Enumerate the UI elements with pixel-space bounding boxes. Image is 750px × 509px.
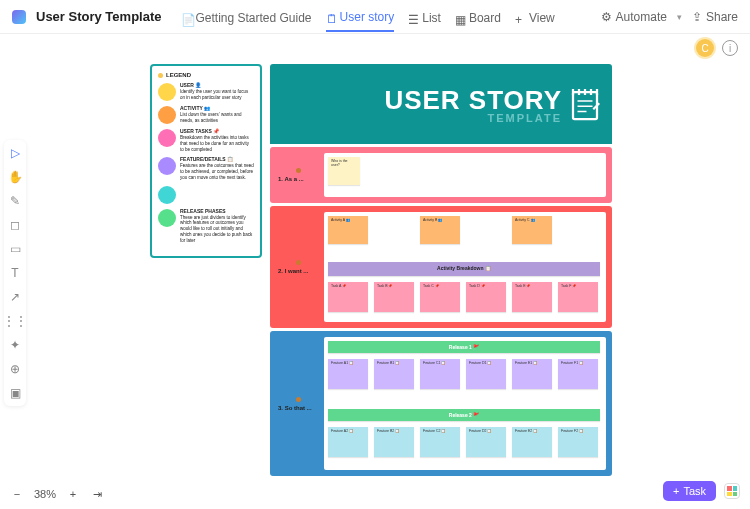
chevron-down-icon[interactable]: ▾ — [677, 12, 682, 22]
sticky-feature[interactable]: Feature B2 📋 — [374, 427, 414, 457]
shape-tool-icon[interactable]: ▭ — [8, 242, 22, 256]
sticky-feature[interactable]: Feature E2 📋 — [512, 427, 552, 457]
user-avatar[interactable]: C — [696, 39, 714, 57]
section-content: Who is the user? — [324, 153, 606, 197]
tab-user-story[interactable]: 🗒User story — [326, 10, 395, 32]
section-label: 3. So that ... — [278, 397, 318, 411]
section-label: 1. As a ... — [278, 168, 318, 182]
sticky-feature[interactable]: Feature F2 📋 — [558, 427, 598, 457]
sticky-feature[interactable]: Feature A2 📋 — [328, 427, 368, 457]
tab-label: Getting Started Guide — [195, 11, 311, 25]
tab-label: List — [422, 11, 441, 25]
fit-width-button[interactable]: ⇥ — [90, 487, 104, 501]
share-icon: ⇪ — [692, 10, 702, 24]
task-button[interactable]: +Task — [663, 481, 716, 501]
section-content: Activity A 👥 Activity B 👥 Activity C 👥 A… — [324, 212, 606, 322]
sticky-task[interactable]: Task D 📌 — [466, 282, 506, 312]
whiteboard-icon: 🗒 — [326, 12, 336, 22]
release-banner[interactable]: Release 1 🚩 — [328, 341, 600, 353]
image-tool-icon[interactable]: ▣ — [8, 386, 22, 400]
legend-row: RELEASE PHASESThese are just dividers to… — [158, 208, 254, 244]
sticky-activity[interactable]: Activity C 👥 — [512, 216, 552, 244]
sticky-feature[interactable]: Feature E1 📋 — [512, 359, 552, 389]
effects-tool-icon[interactable]: ✦ — [8, 338, 22, 352]
breakdown-banner[interactable]: Activity Breakdown 📋 — [328, 262, 600, 276]
legend-dot-feature — [158, 157, 176, 175]
sticky-feature[interactable]: Feature D1 📋 — [466, 359, 506, 389]
page-title: User Story Template — [36, 9, 161, 24]
sticky-task[interactable]: Task E 📌 — [512, 282, 552, 312]
zoom-in-button[interactable]: + — [66, 487, 80, 501]
whiteboard-canvas[interactable]: LEGEND USER 👤Identify the user you want … — [30, 62, 742, 481]
legend-dot-activity — [158, 106, 176, 124]
share-label: Share — [706, 10, 738, 24]
sub-header: C i — [0, 34, 750, 62]
sticky-task[interactable]: Task B 📌 — [374, 282, 414, 312]
legend-dot-release — [158, 209, 176, 227]
sticky-task[interactable]: Task A 📌 — [328, 282, 368, 312]
tab-getting-started[interactable]: 📄Getting Started Guide — [181, 11, 311, 31]
sticky-feature[interactable]: Feature F1 📋 — [558, 359, 598, 389]
board-header: USER STORY TEMPLATE — [270, 64, 612, 144]
legend-row: USER TASKS 📌Breakdown the activities int… — [158, 128, 254, 152]
tab-list[interactable]: ☰List — [408, 11, 441, 31]
sticky-tool-icon[interactable]: ◻ — [8, 218, 22, 232]
release-banner[interactable]: Release 2 🚩 — [328, 409, 600, 421]
sticky-note[interactable]: Who is the user? — [328, 157, 360, 185]
web-tool-icon[interactable]: ⊕ — [8, 362, 22, 376]
apps-button[interactable] — [724, 483, 740, 499]
section-so-that[interactable]: 3. So that ... Release 1 🚩 Feature A1 📋 … — [270, 331, 612, 476]
section-label: 2. I want ... — [278, 260, 318, 274]
view-tabs: 📄Getting Started Guide 🗒User story ☰List… — [181, 10, 554, 24]
board-title: USER STORY — [384, 85, 562, 116]
bottom-right-actions: +Task — [663, 481, 740, 501]
sticky-feature[interactable]: Feature A1 📋 — [328, 359, 368, 389]
tab-label: User story — [340, 10, 395, 24]
legend-text: USER 👤Identify the user you want to focu… — [180, 82, 254, 101]
sticky-feature[interactable]: Feature C1 📋 — [420, 359, 460, 389]
legend-row — [158, 185, 254, 204]
nodes-tool-icon[interactable]: ⋮⋮ — [8, 314, 22, 328]
legend-heading: LEGEND — [158, 72, 254, 78]
sticky-feature[interactable]: Feature B1 📋 — [374, 359, 414, 389]
sticky-task[interactable]: Task F 📌 — [558, 282, 598, 312]
connector-tool-icon[interactable]: ↗ — [8, 290, 22, 304]
story-board[interactable]: USER STORY TEMPLATE 1. As a ... Who is t… — [270, 64, 612, 476]
whiteboard-toolbar: ▷ ✋ ✎ ◻ ▭ T ↗ ⋮⋮ ✦ ⊕ ▣ — [4, 140, 26, 406]
automate-label: Automate — [616, 10, 667, 24]
notepad-icon — [570, 86, 600, 122]
hand-tool-icon[interactable]: ✋ — [8, 170, 22, 184]
app-logo-icon — [12, 10, 26, 24]
tab-label: View — [529, 11, 555, 25]
legend-row: FEATURE/DETAILS 📋Features are the outcom… — [158, 156, 254, 180]
legend-text: USER TASKS 📌Breakdown the activities int… — [180, 128, 254, 152]
pin-icon — [296, 260, 301, 265]
legend-text: FEATURE/DETAILS 📋Features are the outcom… — [180, 156, 254, 180]
legend-row: USER 👤Identify the user you want to focu… — [158, 82, 254, 101]
section-i-want[interactable]: 2. I want ... Activity A 👥 Activity B 👥 … — [270, 206, 612, 328]
sticky-activity[interactable]: Activity A 👥 — [328, 216, 368, 244]
bolt-icon: ⚙ — [601, 10, 612, 24]
pen-tool-icon[interactable]: ✎ — [8, 194, 22, 208]
info-icon[interactable]: i — [722, 40, 738, 56]
zoom-level: 38% — [34, 488, 56, 500]
header-actions: ⚙Automate ▾ ⇪Share — [601, 10, 738, 24]
legend-text: ACTIVITY 👥List down the users' wants and… — [180, 105, 254, 124]
automate-button[interactable]: ⚙Automate — [601, 10, 667, 24]
tab-add-view[interactable]: +View — [515, 11, 555, 31]
zoom-out-button[interactable]: − — [10, 487, 24, 501]
sticky-feature[interactable]: Feature D2 📋 — [466, 427, 506, 457]
sticky-activity[interactable]: Activity B 👥 — [420, 216, 460, 244]
text-tool-icon[interactable]: T — [8, 266, 22, 280]
legend-row: ACTIVITY 👥List down the users' wants and… — [158, 105, 254, 124]
sticky-feature[interactable]: Feature C2 📋 — [420, 427, 460, 457]
section-as-a[interactable]: 1. As a ... Who is the user? — [270, 147, 612, 203]
list-icon: ☰ — [408, 13, 418, 23]
legend-dot-extra — [158, 186, 176, 204]
sticky-task[interactable]: Task C 📌 — [420, 282, 460, 312]
cursor-tool-icon[interactable]: ▷ — [8, 146, 22, 160]
share-button[interactable]: ⇪Share — [692, 10, 738, 24]
tab-board[interactable]: ▦Board — [455, 11, 501, 31]
plus-icon: + — [515, 13, 525, 23]
legend-panel[interactable]: LEGEND USER 👤Identify the user you want … — [150, 64, 262, 258]
